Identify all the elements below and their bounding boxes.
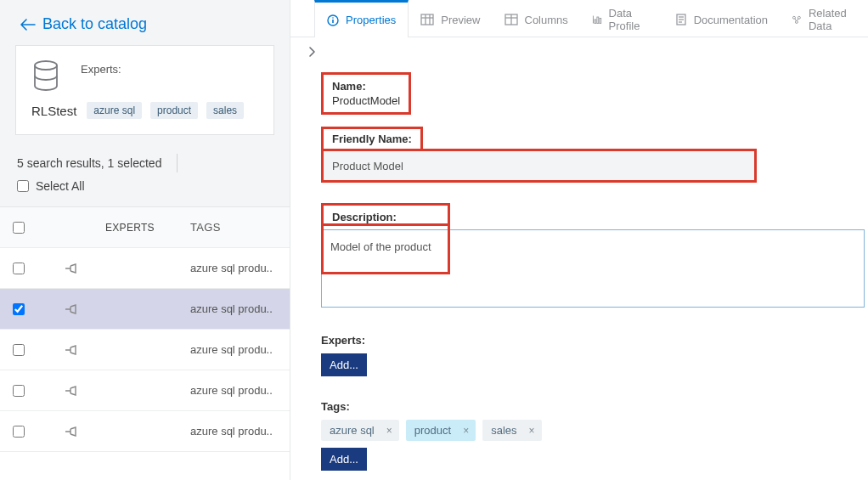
row-tags: azure sql produ.. [190, 262, 290, 274]
row-checkbox[interactable] [13, 344, 25, 356]
table-row[interactable]: azure sql produ.. [0, 330, 290, 370]
right-panel: Properties Preview Columns Data Profile … [290, 0, 868, 480]
name-highlight: Name: ProductModel [321, 72, 411, 115]
remove-tag-icon[interactable]: × [463, 425, 469, 437]
row-checkbox[interactable] [13, 303, 25, 315]
pin-icon [64, 426, 79, 438]
card-tag: azure sql [87, 102, 142, 119]
col-tags[interactable]: TAGS [190, 221, 290, 234]
table-row[interactable]: azure sql produ.. [0, 411, 290, 452]
properties-body: Name: ProductModel Friendly Name: Descri… [290, 62, 868, 480]
pin-icon [64, 303, 79, 315]
select-all[interactable]: Select All [0, 178, 290, 206]
tab-label: Related Data [809, 7, 856, 32]
bar-chart-icon [592, 14, 602, 25]
tab-relateddata[interactable]: Related Data [780, 0, 868, 37]
database-icon [31, 59, 60, 92]
divider [177, 154, 178, 172]
table-row[interactable]: azure sql produ.. [0, 289, 290, 330]
document-icon [675, 14, 687, 25]
tab-documentation[interactable]: Documentation [663, 0, 780, 37]
results-grid: EXPERTS TAGS azure sql produ.. azure sql… [0, 206, 290, 480]
row-tags: azure sql produ.. [190, 384, 290, 397]
description-highlight: Description: [321, 203, 450, 226]
tab-columns[interactable]: Columns [493, 0, 580, 37]
tag-text: sales [491, 424, 516, 437]
tag-text: azure sql [330, 424, 375, 437]
card-tag: sales [206, 102, 244, 119]
info-icon [327, 14, 339, 26]
tab-label: Data Profile [609, 7, 651, 32]
pin-icon [64, 385, 79, 397]
select-all-label: Select All [36, 179, 85, 193]
svg-rect-13 [597, 17, 599, 23]
grid-header: EXPERTS TAGS [0, 207, 290, 248]
tag-pill[interactable]: sales × [482, 420, 541, 441]
tabs: Properties Preview Columns Data Profile … [290, 0, 868, 37]
arrow-left-icon [19, 18, 36, 31]
row-tags: azure sql produ.. [190, 343, 290, 356]
back-to-catalog[interactable]: Back to catalog [0, 0, 290, 45]
tab-label: Documentation [694, 14, 768, 26]
svg-line-23 [798, 19, 798, 21]
name-value: ProductModel [332, 93, 400, 107]
chevron-right-icon [307, 46, 316, 58]
back-label: Back to catalog [42, 15, 147, 33]
svg-point-21 [796, 20, 798, 23]
related-icon [792, 14, 802, 25]
pin-icon [64, 263, 79, 274]
row-checkbox[interactable] [13, 263, 25, 274]
add-tag-button[interactable]: Add... [321, 448, 367, 471]
row-tags: azure sql produ.. [190, 425, 290, 438]
grid-icon [420, 14, 434, 25]
row-tags: azure sql produ.. [190, 302, 290, 315]
svg-point-19 [793, 16, 796, 19]
card-experts-label: Experts: [81, 59, 121, 76]
header-checkbox[interactable] [13, 222, 25, 234]
svg-line-22 [795, 19, 796, 21]
card-title: RLStest [31, 104, 76, 118]
remove-tag-icon[interactable]: × [529, 425, 535, 437]
experts-label: Experts: [321, 334, 868, 347]
add-expert-button[interactable]: Add... [321, 353, 367, 376]
columns-icon [504, 14, 518, 25]
tag-pill[interactable]: azure sql × [321, 420, 399, 441]
tags-label: Tags: [321, 400, 868, 413]
results-count: 5 search results, 1 selected [17, 156, 161, 170]
tag-text: product [414, 424, 451, 437]
table-row[interactable]: azure sql produ.. [0, 248, 290, 289]
tab-dataprofile[interactable]: Data Profile [580, 0, 663, 37]
row-checkbox[interactable] [13, 385, 25, 397]
friendly-name-input[interactable] [324, 151, 754, 180]
name-label: Name: [332, 80, 400, 93]
col-experts[interactable]: EXPERTS [105, 222, 190, 234]
svg-point-0 [35, 61, 57, 70]
svg-rect-4 [421, 14, 433, 25]
left-panel: Back to catalog Experts: RLStest azure s… [0, 0, 290, 480]
svg-rect-12 [595, 20, 596, 23]
card-tag: product [150, 102, 198, 119]
select-all-checkbox[interactable] [17, 180, 29, 192]
friendly-name-label: Friendly Name: [332, 133, 412, 145]
svg-rect-14 [600, 19, 601, 24]
svg-point-3 [332, 17, 334, 19]
svg-point-20 [798, 16, 800, 19]
tags-row: azure sql × product × sales × [321, 420, 868, 441]
description-label: Description: [332, 211, 397, 223]
pin-icon [64, 344, 79, 356]
table-row[interactable]: azure sql produ.. [0, 370, 290, 411]
tag-pill[interactable]: product × [406, 420, 476, 441]
remove-tag-icon[interactable]: × [386, 425, 392, 437]
tab-properties[interactable]: Properties [314, 0, 409, 37]
description-input[interactable] [321, 229, 865, 308]
collapse-toggle[interactable] [290, 37, 868, 62]
tab-label: Preview [441, 14, 480, 26]
tab-label: Columns [525, 14, 568, 26]
dataset-card: Experts: RLStest azure sql product sales [15, 45, 274, 135]
row-checkbox[interactable] [13, 426, 25, 438]
tab-label: Properties [346, 14, 396, 26]
tab-preview[interactable]: Preview [409, 0, 492, 37]
friendly-name-highlight: Friendly Name: [321, 127, 423, 149]
